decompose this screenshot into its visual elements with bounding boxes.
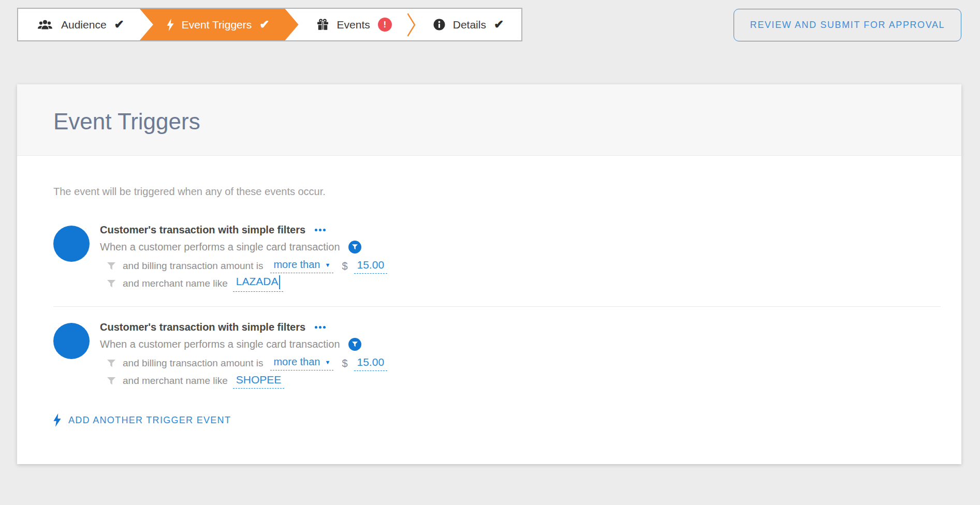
step-audience-label: Audience: [61, 19, 107, 31]
event-triggers-card: Event Triggers The event will be trigger…: [17, 84, 961, 464]
filter-circle-icon[interactable]: [348, 338, 361, 351]
trigger-divider: [53, 306, 941, 307]
step-details-check-icon: ✔: [494, 19, 504, 31]
text-cursor: [279, 275, 280, 289]
filter-prefix: and billing transaction amount is: [123, 260, 263, 272]
top-bar: Audience ✔ Event Triggers ✔ Events !: [0, 0, 980, 41]
review-and-submit-button[interactable]: REVIEW AND SUBMIT FOR APPROVAL: [734, 9, 961, 41]
stepper-chevron-separator: [404, 9, 419, 40]
gift-icon: [316, 18, 329, 31]
trigger-title: Customer's transaction with simple filte…: [100, 224, 305, 236]
filter-prefix: and merchant name like: [123, 278, 228, 289]
step-details-label: Details: [453, 19, 486, 31]
card-body: The event will be triggered when any of …: [17, 156, 961, 464]
filter-row-amount: and billing transaction amount is more t…: [107, 354, 387, 372]
chevron-right-icon: [406, 12, 417, 37]
add-trigger-label: ADD ANOTHER TRIGGER EVENT: [68, 415, 231, 426]
filter-row-merchant: and merchant name like LAZADA: [107, 275, 387, 292]
trigger-menu-icon[interactable]: [315, 324, 326, 331]
step-event-triggers-label: Event Triggers: [182, 19, 252, 31]
step-details[interactable]: Details ✔: [419, 9, 521, 40]
chevron-down-icon: ▼: [325, 262, 331, 268]
step-audience-check-icon: ✔: [114, 19, 124, 31]
intro-text: The event will be triggered when any of …: [53, 186, 941, 198]
filter-prefix: and merchant name like: [123, 375, 228, 387]
step-event-triggers[interactable]: Event Triggers ✔: [140, 9, 299, 40]
info-icon: [433, 19, 445, 31]
users-icon: [37, 19, 53, 31]
step-events[interactable]: Events !: [299, 9, 404, 40]
funnel-icon: [107, 377, 115, 385]
trigger-type-circle: [53, 226, 90, 262]
trigger-description: When a customer performs a single card t…: [100, 241, 340, 253]
wizard-stepper: Audience ✔ Event Triggers ✔ Events !: [17, 8, 522, 41]
funnel-icon: [107, 262, 115, 270]
page-title: Event Triggers: [53, 110, 941, 133]
funnel-icon: [107, 360, 115, 367]
amount-operator-dropdown[interactable]: more than ▼: [270, 259, 333, 273]
trigger-title: Customer's transaction with simple filte…: [100, 321, 305, 333]
trigger-type-circle: [53, 323, 90, 359]
currency-symbol: $: [342, 260, 347, 272]
card-header: Event Triggers: [17, 84, 961, 156]
step-event-triggers-check-icon: ✔: [259, 19, 269, 31]
filter-circle-icon[interactable]: [348, 241, 361, 254]
filter-prefix: and billing transaction amount is: [123, 358, 263, 369]
trigger-description: When a customer performs a single card t…: [100, 338, 340, 350]
amount-operator-dropdown[interactable]: more than ▼: [270, 356, 333, 370]
add-another-trigger-event-button[interactable]: ADD ANOTHER TRIGGER EVENT: [53, 413, 231, 427]
trigger-event-2: Customer's transaction with simple filte…: [53, 321, 941, 390]
error-badge-icon: !: [378, 18, 392, 32]
funnel-icon: [107, 280, 115, 288]
currency-symbol: $: [342, 358, 347, 369]
trigger-event-1: Customer's transaction with simple filte…: [53, 224, 941, 292]
step-audience[interactable]: Audience ✔: [18, 9, 140, 40]
filter-row-amount: and billing transaction amount is more t…: [107, 257, 387, 275]
bolt-icon: [53, 413, 61, 427]
amount-value-input[interactable]: 15.00: [354, 259, 388, 274]
filter-row-merchant: and merchant name like SHOPEE: [107, 372, 387, 390]
amount-value-input[interactable]: 15.00: [354, 356, 388, 371]
bolt-icon: [167, 19, 174, 31]
merchant-value-input[interactable]: LAZADA: [233, 275, 284, 292]
step-events-label: Events: [337, 19, 370, 31]
chevron-down-icon: ▼: [325, 359, 331, 365]
trigger-menu-icon[interactable]: [315, 227, 326, 233]
merchant-value-input[interactable]: SHOPEE: [233, 374, 285, 389]
